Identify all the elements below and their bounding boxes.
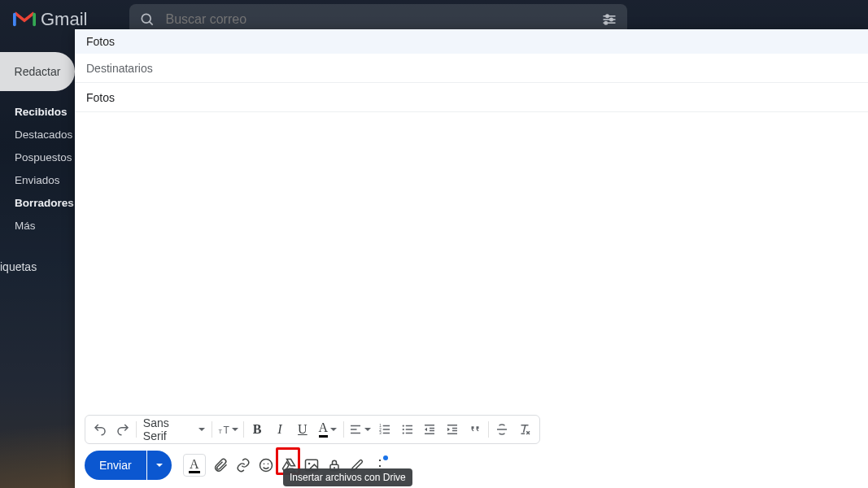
separator [488, 421, 489, 438]
font-size-icon: TT [217, 422, 232, 437]
sidebar-item-label: Enviados [15, 174, 60, 186]
compose-button[interactable]: Redactar [0, 52, 75, 91]
underline-icon: U [298, 422, 308, 437]
format-toolbar: Sans Serif TT B I U A 123 [85, 415, 540, 444]
font-size-select[interactable]: TT [214, 418, 242, 441]
search-icon [139, 11, 155, 28]
strikethrough-button[interactable] [491, 418, 513, 441]
font-family-select[interactable]: Sans Serif [138, 418, 210, 441]
bulleted-list-icon [400, 422, 415, 437]
chevron-down-icon [232, 428, 238, 431]
svg-text:T: T [224, 425, 230, 436]
send-options-button[interactable] [147, 451, 172, 480]
svg-text:3: 3 [379, 431, 382, 435]
gmail-logo[interactable]: Gmail [13, 9, 87, 30]
compose-label: Redactar [15, 65, 61, 78]
quote-icon [468, 422, 482, 437]
gmail-m-icon [13, 11, 36, 28]
redo-icon [116, 422, 130, 437]
sidebar-item-drafts[interactable]: Borradores [0, 192, 75, 215]
sidebar-labels-header: iquetas [0, 255, 75, 278]
numbered-list-icon: 123 [377, 422, 392, 437]
quote-button[interactable] [464, 418, 486, 441]
chevron-down-icon [330, 428, 337, 431]
italic-button[interactable]: I [268, 418, 291, 441]
svg-rect-0 [13, 13, 16, 26]
separator [343, 421, 344, 438]
svg-point-24 [402, 425, 403, 426]
svg-point-40 [263, 464, 264, 465]
compose-window: Fotos Destinatarios Fotos Sans Serif TT … [75, 29, 868, 488]
underline-bar [189, 471, 200, 473]
sidebar-item-label: Más [15, 220, 36, 232]
align-button[interactable] [346, 418, 373, 441]
send-button-group: Enviar [85, 451, 172, 480]
compose-body[interactable] [75, 112, 868, 415]
send-button[interactable]: Enviar [85, 451, 146, 480]
subject-row[interactable]: Fotos [75, 83, 868, 112]
svg-rect-1 [33, 13, 36, 26]
numbered-list-button[interactable]: 123 [373, 418, 396, 441]
separator [136, 421, 137, 438]
link-icon [235, 457, 251, 473]
sidebar-item-starred[interactable]: Destacados [0, 124, 75, 146]
notification-badge [383, 455, 388, 460]
attach-button[interactable] [209, 451, 232, 480]
svg-text:T: T [219, 428, 223, 435]
chevron-down-icon [364, 428, 371, 431]
undo-button[interactable] [89, 418, 111, 441]
search-input[interactable] [165, 12, 591, 27]
text-a-icon: A [190, 458, 199, 471]
svg-point-9 [605, 22, 608, 24]
send-row: Enviar A [75, 449, 868, 488]
text-color-icon: A [319, 421, 329, 438]
sidebar-item-label: Pospuestos [15, 151, 72, 163]
indent-less-icon [422, 422, 437, 437]
send-label: Enviar [99, 459, 132, 472]
recipients-placeholder: Destinatarios [86, 62, 153, 75]
bold-icon: B [253, 422, 262, 437]
bold-button[interactable]: B [246, 418, 268, 441]
indent-less-button[interactable] [418, 418, 441, 441]
redo-button[interactable] [111, 418, 134, 441]
align-left-icon [348, 422, 363, 437]
italic-icon: I [277, 422, 281, 437]
emoji-icon [258, 457, 274, 473]
strikethrough-icon [495, 422, 509, 437]
chevron-down-icon [198, 428, 205, 431]
sidebar-item-sent[interactable]: Enviados [0, 169, 75, 192]
recipients-row[interactable]: Destinatarios [75, 54, 868, 83]
insert-link-button[interactable] [232, 451, 255, 480]
text-color-button[interactable]: A [314, 418, 342, 441]
tune-icon[interactable] [601, 11, 617, 28]
insert-emoji-button[interactable] [255, 451, 277, 480]
svg-point-8 [610, 18, 613, 20]
svg-point-25 [402, 429, 403, 430]
gmail-wordmark: Gmail [41, 9, 87, 30]
bulleted-list-button[interactable] [396, 418, 419, 441]
sidebar-item-label: Destacados [15, 129, 72, 141]
remove-format-button[interactable] [513, 418, 536, 441]
subject-text: Fotos [86, 91, 115, 104]
sidebar-item-snoozed[interactable]: Pospuestos [0, 146, 75, 169]
indent-more-button[interactable] [441, 418, 464, 441]
tooltip-text: Insertar archivos con Drive [290, 472, 406, 483]
font-family-label: Sans Serif [143, 416, 195, 442]
labels-header-text: iquetas [0, 260, 37, 273]
svg-point-43 [308, 463, 311, 465]
svg-point-39 [260, 460, 272, 472]
indent-more-icon [445, 422, 460, 437]
sidebar-item-label: Borradores [15, 197, 74, 209]
sidebar-item-inbox[interactable]: Recibidos [0, 101, 75, 124]
svg-point-41 [267, 464, 268, 465]
sidebar-item-more[interactable]: Más [0, 215, 75, 237]
underline-button[interactable]: U [291, 418, 314, 441]
separator [243, 421, 244, 438]
separator [212, 421, 212, 438]
formatting-toggle-button[interactable]: A [183, 454, 206, 477]
compose-title-bar[interactable]: Fotos [75, 29, 868, 54]
svg-point-26 [402, 432, 403, 434]
svg-point-2 [142, 14, 151, 23]
drive-tooltip: Insertar archivos con Drive [283, 468, 412, 486]
chevron-down-icon [156, 464, 163, 467]
